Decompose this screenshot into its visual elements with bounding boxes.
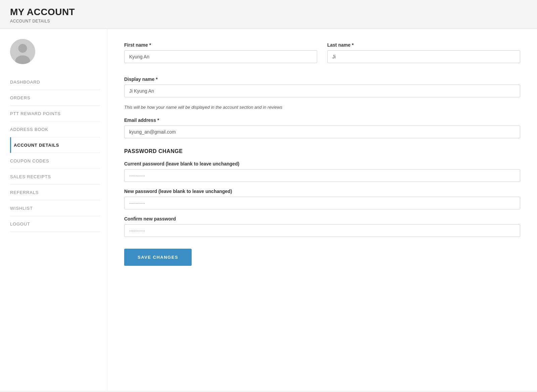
first-name-group: First name * xyxy=(124,42,317,63)
password-section: PASSWORD CHANGE Current password (leave … xyxy=(124,145,520,237)
display-name-helper: This will be how your name will be displ… xyxy=(124,104,520,111)
email-input[interactable] xyxy=(124,126,520,138)
sidebar-item-dashboard[interactable]: DASHBOARD xyxy=(10,74,100,90)
display-name-input[interactable] xyxy=(124,85,520,97)
sidebar: DASHBOARD ORDERS PTT REWARD POINTS ADDRE… xyxy=(0,29,107,391)
current-password-group: Current password (leave blank to leave u… xyxy=(124,161,520,182)
page-title: MY ACCOUNT xyxy=(10,7,527,17)
display-name-group: Display name * xyxy=(124,77,520,97)
sidebar-item-wishlist[interactable]: WISHLIST xyxy=(10,200,100,216)
new-password-input[interactable] xyxy=(124,197,520,209)
sidebar-item-orders[interactable]: ORDERS xyxy=(10,90,100,106)
current-password-label: Current password (leave blank to leave u… xyxy=(124,161,520,166)
last-name-label: Last name * xyxy=(327,42,520,48)
display-name-label: Display name * xyxy=(124,77,520,82)
new-password-label: New password (leave blank to leave uncha… xyxy=(124,189,520,194)
sidebar-link-orders[interactable]: ORDERS xyxy=(10,95,30,100)
save-changes-button[interactable]: SAVE CHANGES xyxy=(124,249,192,266)
sidebar-link-logout[interactable]: LOGOUT xyxy=(10,222,30,227)
sidebar-item-referrals[interactable]: REFERRALS xyxy=(10,185,100,200)
confirm-password-label: Confirm new password xyxy=(124,216,520,222)
avatar xyxy=(10,39,35,64)
new-password-group: New password (leave blank to leave uncha… xyxy=(124,189,520,209)
sidebar-link-address-book[interactable]: ADDRESS BOOK xyxy=(10,127,48,132)
sidebar-link-wishlist[interactable]: WISHLIST xyxy=(10,206,33,211)
sidebar-item-ptt-reward-points[interactable]: PTT REWARD POINTS xyxy=(10,106,100,121)
first-name-label: First name * xyxy=(124,42,317,48)
sidebar-link-ptt-reward-points[interactable]: PTT REWARD POINTS xyxy=(10,111,61,116)
sidebar-item-logout[interactable]: LOGOUT xyxy=(10,216,100,232)
breadcrumb: ACCOUNT DETAILS xyxy=(10,19,527,23)
svg-point-1 xyxy=(18,44,27,53)
last-name-input[interactable] xyxy=(327,50,520,63)
last-name-group: Last name * xyxy=(327,42,520,63)
avatar-container xyxy=(10,39,100,64)
sidebar-item-address-book[interactable]: ADDRESS BOOK xyxy=(10,121,100,137)
confirm-password-group: Confirm new password xyxy=(124,216,520,237)
main-content: DASHBOARD ORDERS PTT REWARD POINTS ADDRE… xyxy=(0,29,537,391)
sidebar-item-coupon-codes[interactable]: COUPON CODES xyxy=(10,153,100,169)
sidebar-link-referrals[interactable]: REFERRALS xyxy=(10,190,39,195)
confirm-password-input[interactable] xyxy=(124,224,520,237)
password-section-title: PASSWORD CHANGE xyxy=(124,145,520,154)
header: MY ACCOUNT ACCOUNT DETAILS xyxy=(0,0,537,29)
form-area: First name * Last name * Display name * … xyxy=(107,29,537,391)
current-password-input[interactable] xyxy=(124,169,520,182)
sidebar-item-account-details[interactable]: ACCOUNT DETAILS xyxy=(10,137,100,153)
name-row: First name * Last name * xyxy=(124,42,520,70)
sidebar-item-sales-receipts[interactable]: SALES RECEIPTS xyxy=(10,169,100,185)
sidebar-link-sales-receipts[interactable]: SALES RECEIPTS xyxy=(10,174,51,179)
email-label: Email address * xyxy=(124,117,520,123)
sidebar-link-account-details[interactable]: ACCOUNT DETAILS xyxy=(14,143,59,148)
sidebar-nav: DASHBOARD ORDERS PTT REWARD POINTS ADDRE… xyxy=(10,74,100,232)
email-group: Email address * xyxy=(124,117,520,138)
sidebar-link-coupon-codes[interactable]: COUPON CODES xyxy=(10,158,49,163)
sidebar-link-dashboard[interactable]: DASHBOARD xyxy=(10,80,40,85)
first-name-input[interactable] xyxy=(124,50,317,63)
